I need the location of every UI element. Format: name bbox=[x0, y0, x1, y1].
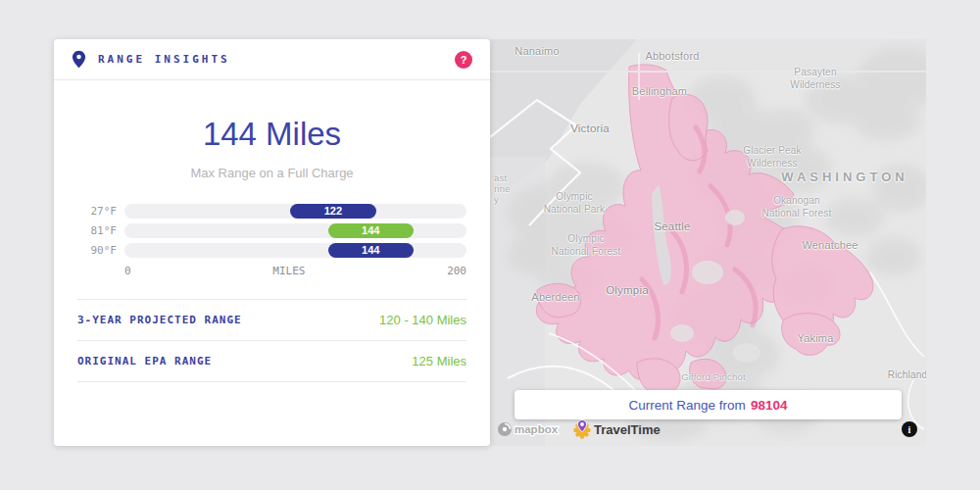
map-label: Wenatchee bbox=[802, 239, 858, 251]
range-insights-panel: RANGE INSIGHTS ? 144 Miles Max Range on … bbox=[54, 39, 490, 446]
bar-value-pill: 144 bbox=[328, 223, 414, 238]
current-range-bar[interactable]: Current Range from 98104 bbox=[514, 390, 902, 419]
x-axis: 0MILES200 bbox=[124, 265, 466, 277]
map-label: Okanogan National Forest bbox=[762, 194, 832, 220]
range-info-value: 125 Miles bbox=[412, 354, 466, 368]
x-axis-tick: MILES bbox=[272, 265, 305, 277]
map-label: WASHINGTON bbox=[781, 170, 907, 184]
max-range-hero: 144 Miles Max Range on a Full Charge bbox=[54, 116, 490, 180]
current-range-label: Current Range from bbox=[629, 398, 746, 413]
map-label: Aberdeen bbox=[531, 291, 579, 303]
max-range-value: 144 Miles bbox=[54, 116, 490, 153]
range-rows: 3-YEAR PROJECTED RANGE120 - 140 MilesORI… bbox=[77, 299, 466, 382]
help-icon[interactable]: ? bbox=[455, 51, 472, 69]
traveltime-gear-icon bbox=[573, 420, 591, 439]
range-info-label: ORIGINAL EPA RANGE bbox=[77, 355, 212, 368]
map-label: Yakima bbox=[797, 332, 833, 344]
map-label: Olympic National Park bbox=[544, 190, 606, 216]
map-label: Pasayten Wilderness bbox=[790, 66, 840, 91]
range-info-row: ORIGINAL EPA RANGE125 Miles bbox=[77, 340, 466, 381]
max-range-caption: Max Range on a Full Charge bbox=[54, 166, 490, 180]
bar-track: 144 bbox=[124, 243, 466, 258]
panel-title: RANGE INSIGHTS bbox=[98, 53, 230, 66]
bar-row: 27°F122 bbox=[77, 204, 466, 219]
map-label: Seattle bbox=[654, 220, 690, 232]
panel-header: RANGE INSIGHTS ? bbox=[54, 39, 490, 80]
range-info-label: 3-YEAR PROJECTED RANGE bbox=[77, 314, 242, 326]
bar-track: 122 bbox=[124, 204, 466, 219]
bar-temp-label: 81°F bbox=[77, 224, 117, 237]
range-info-row: 3-YEAR PROJECTED RANGE120 - 140 Miles bbox=[77, 299, 466, 340]
info-icon[interactable]: i bbox=[902, 421, 917, 437]
temperature-range-chart: 27°F12281°F14490°F144 0MILES200 bbox=[77, 204, 466, 277]
traveltime-wordmark: TravelTime bbox=[594, 422, 661, 437]
current-range-zip: 98104 bbox=[751, 398, 788, 413]
map-label: Abbotsford bbox=[645, 50, 699, 62]
bar-value-pill: 144 bbox=[328, 243, 414, 258]
map-attribution: mapbox TravelTime bbox=[496, 418, 674, 440]
bar-value-pill: 122 bbox=[290, 204, 375, 219]
map-label: Richland bbox=[888, 369, 926, 380]
bar-temp-label: 27°F bbox=[77, 205, 117, 218]
map-label: Glacier Peak Wilderness bbox=[743, 144, 802, 170]
location-pin-icon bbox=[72, 50, 86, 69]
range-bars: 27°F12281°F14490°F144 bbox=[77, 204, 466, 258]
bar-temp-label: 90°F bbox=[77, 244, 117, 257]
map-label: Nanaimo bbox=[514, 45, 559, 57]
map-label: ast rine y bbox=[494, 172, 511, 205]
map-label: Victoria bbox=[570, 122, 610, 134]
map-label: Olympia bbox=[606, 284, 649, 296]
x-axis-tick: 0 bbox=[124, 265, 131, 277]
bar-track: 144 bbox=[124, 223, 466, 238]
bar-row: 90°F144 bbox=[77, 243, 466, 258]
mapbox-logo[interactable]: mapbox bbox=[496, 420, 568, 438]
mapbox-wordmark: mapbox bbox=[514, 423, 559, 435]
bar-row: 81°F144 bbox=[77, 223, 466, 238]
range-info-value: 120 - 140 Miles bbox=[379, 313, 466, 327]
traveltime-logo[interactable]: TravelTime bbox=[572, 418, 674, 440]
x-axis-tick: 200 bbox=[447, 265, 466, 277]
map-label: Bellingham bbox=[632, 85, 687, 97]
map[interactable]: NanaimoAbbotsfordBellinghamVictoriaPasay… bbox=[490, 39, 926, 446]
map-label: Gifford Pinchot bbox=[681, 371, 746, 382]
map-label: Olympic National Forest bbox=[552, 232, 621, 258]
